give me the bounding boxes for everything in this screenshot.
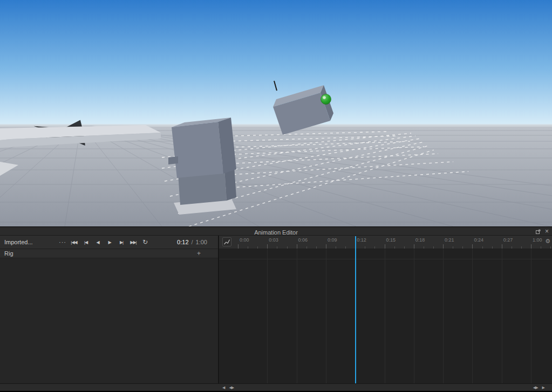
ruler-tick [531,244,531,249]
clip-name-dropdown[interactable]: Imported... [4,239,57,245]
ruler-tick-label: 1:00 [533,237,542,243]
settings-gear-icon[interactable]: ⚙ [545,238,550,245]
ruler-tick [492,246,493,249]
ruler-tick [316,246,317,249]
timeline-ruler[interactable]: ⚙ 0:000:030:060:090:120:150:180:210:240:… [219,236,552,249]
ruler-tick-label: 0:09 [328,237,337,243]
ruler-tick [443,244,444,249]
animation-editor-titlebar[interactable]: Animation Editor × [0,227,552,236]
3d-viewport[interactable] [0,0,552,226]
ruler-tick [521,246,522,249]
timeline-gridline [472,249,473,383]
time-display: 0:12/1:00 [177,239,214,245]
panel-title: Animation Editor [254,229,298,236]
timeline-scrollbar[interactable]: ◀ ◀▶ ◀▶ ▶ [0,383,552,391]
close-icon[interactable]: × [545,229,549,234]
playhead-line[interactable] [355,236,356,383]
skip-to-start-button[interactable]: |◀◀ [68,240,80,245]
timeline-gridline [297,249,297,383]
ruler-tick [267,244,268,249]
ruler-tick [462,246,463,249]
ruler-tick [365,246,365,249]
ruler-tick [287,246,288,249]
ruler-tick-label: 0:24 [474,237,483,243]
ruler-tick [541,246,541,249]
track-panel: Imported... ··· |◀◀ |◀ ◀ ▶ ▶| ▶▶| ↻ 0:12… [0,236,219,383]
timeline-gridline [326,249,326,383]
ruler-tick-label: 0:27 [503,237,513,243]
play-reverse-button[interactable]: ◀ [92,240,104,245]
step-back-button[interactable]: |◀ [80,240,92,245]
ruler-tick [414,244,414,249]
scroll-right-button[interactable]: ▶ [542,386,544,390]
playback-toolbar: Imported... ··· |◀◀ |◀ ◀ ▶ ▶| ▶▶| ↻ 0:12… [0,236,218,249]
ruler-tick [385,244,385,249]
timeline-gridline [502,249,502,383]
ruler-tick-label: 0:21 [445,237,454,243]
step-forward-button[interactable]: ▶| [115,240,127,245]
ruler-tick [424,246,424,249]
animation-editor-panel: Animation Editor × Imported... ··· |◀◀ [0,226,552,392]
ruler-tick [326,244,326,249]
timeline-pane[interactable]: ⚙ 0:000:030:060:090:120:150:180:210:240:… [219,236,552,383]
timeline-gridline [385,249,385,383]
ruler-tick-label: 0:00 [240,237,249,243]
loop-toggle-icon[interactable]: ↻ [139,238,151,246]
green-ball[interactable] [321,94,331,105]
popout-icon[interactable] [536,226,541,236]
timeline-grid[interactable] [219,249,552,383]
scroll-left-pair-button[interactable]: ◀▶ [229,386,234,390]
ruler-tick-label: 0:18 [415,237,425,243]
track-list-area[interactable] [0,258,218,383]
timeline-gridline [267,249,268,383]
ruler-tick [248,246,248,249]
time-separator: / [192,239,193,245]
curve-editor-toggle[interactable] [222,237,231,246]
ruler-tick [512,246,512,249]
scroll-left-button[interactable]: ◀ [222,386,224,390]
ruler-tick [306,246,307,249]
ruler-tick [472,244,473,249]
ruler-tick [336,246,336,249]
ruler-tick [453,246,453,249]
rig-label: Rig [4,250,13,257]
ruler-tick [502,244,502,249]
ruler-tick-label: 0:12 [357,237,366,243]
ruler-tick [550,246,551,249]
viewport-scene [0,0,552,226]
current-time-field[interactable]: 0:12 [177,239,188,245]
timeline-gridline [531,249,531,383]
skip-to-end-button[interactable]: ▶▶| [127,240,139,245]
scroll-right-pair-button[interactable]: ◀▶ [533,386,538,390]
ruler-tick [345,246,346,249]
ruler-tick-label: 0:15 [386,237,396,243]
horizon-band [0,124,552,127]
ruler-tick [374,246,375,249]
play-button[interactable]: ▶ [104,240,115,245]
ruler-tick [482,246,483,249]
timeline-gridline [414,249,414,383]
ruler-tick-label: 0:03 [269,237,278,243]
ruler-tick [297,244,297,249]
ruler-tick [238,244,238,249]
total-time-field[interactable]: 1:00 [196,239,207,245]
track-rig-row[interactable]: Rig + [0,249,218,258]
editor-main: Imported... ··· |◀◀ |◀ ◀ ▶ ▶| ▶▶| ↻ 0:12… [0,236,552,383]
ruler-tick [433,246,434,249]
ruler-tick-label: 0:06 [298,237,308,243]
ruler-tick [404,246,405,249]
roblox-studio-window: Animation Editor × Imported... ··· |◀◀ [0,0,552,392]
ruler-tick [277,246,277,249]
ruler-tick [394,246,395,249]
ruler-tick [257,246,258,249]
add-track-button[interactable]: + [197,250,201,257]
timeline-gridline [443,249,444,383]
more-options-button[interactable]: ··· [57,239,68,245]
